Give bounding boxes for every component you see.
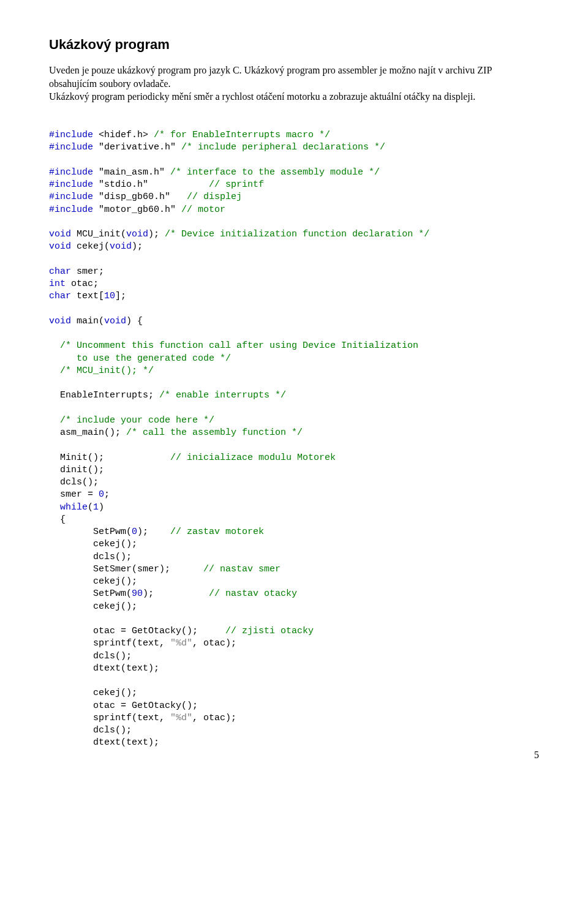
page-title: Ukázkový program	[49, 37, 539, 53]
ident: dcls();	[49, 477, 99, 487]
comment: /* include peripheral declarations */	[181, 142, 385, 152]
num-literal: 10	[104, 291, 115, 301]
ident: dinit();	[49, 465, 104, 475]
num-literal: 1	[93, 502, 99, 513]
kw-include: #include	[49, 192, 93, 202]
code-block: #include <hidef.h> /* for EnableInterrup…	[49, 117, 539, 750]
page-number: 5	[534, 750, 539, 761]
comment: // motor	[181, 205, 225, 215]
include-arg: <hidef.h>	[93, 130, 154, 140]
kw-void: void	[110, 241, 132, 252]
include-arg: "stdio.h"	[93, 179, 209, 190]
ident: ;	[104, 489, 110, 500]
string-literal: "%d"	[170, 638, 192, 649]
ident: cekej();	[49, 688, 137, 698]
kw-void: void	[49, 241, 71, 252]
kw-include: #include	[49, 142, 93, 152]
ident: );	[132, 241, 143, 252]
ident: EnableInterrupts;	[49, 390, 159, 400]
intro-paragraph: Uveden je pouze ukázkový program pro jaz…	[49, 64, 539, 103]
ident: );	[143, 588, 209, 599]
ident: sprintf(text,	[49, 638, 170, 649]
ident: SetSmer(smer);	[49, 564, 203, 574]
num-literal: 90	[132, 588, 143, 599]
ident: ];	[115, 291, 126, 301]
ident: sprintf(text,	[49, 713, 170, 723]
comment: /* interface to the assembly module */	[170, 167, 380, 178]
ident: main(	[71, 316, 104, 326]
ident: smer =	[49, 489, 99, 500]
ident: cekej();	[49, 601, 137, 612]
comment: // displej	[187, 192, 242, 202]
ident: (	[88, 502, 93, 513]
ident: , otac);	[192, 713, 236, 723]
ident: cekej(	[71, 241, 110, 252]
ident: SetPwm(	[49, 527, 132, 537]
comment: /* Device initialization function declar…	[165, 229, 429, 239]
ident: dcls();	[49, 552, 132, 562]
ident: dtext(text);	[49, 737, 159, 748]
ident: SetPwm(	[49, 588, 132, 599]
ident: otac = GetOtacky();	[49, 626, 225, 636]
include-arg: "main_asm.h"	[93, 167, 170, 178]
ident: MCU_init(	[71, 229, 126, 239]
ident: ) {	[126, 316, 143, 326]
kw-while: while	[49, 502, 88, 513]
comment: // sprintf	[209, 179, 264, 190]
ident: dtext(text);	[49, 663, 159, 674]
ident: text[	[71, 291, 104, 301]
kw-void: void	[49, 316, 71, 326]
ident: dcls();	[49, 651, 132, 661]
ident: );	[137, 527, 170, 537]
kw-include: #include	[49, 205, 93, 215]
ident: )	[99, 502, 104, 513]
kw-void: void	[104, 316, 126, 326]
ident: {	[49, 514, 66, 525]
ident: smer;	[71, 266, 104, 277]
comment: // zjisti otacky	[225, 626, 314, 636]
comment: /* Uncomment this function call after us…	[49, 340, 418, 376]
comment: // nastav otacky	[209, 588, 297, 599]
kw-include: #include	[49, 130, 93, 140]
kw-include: #include	[49, 179, 93, 190]
ident: Minit();	[49, 453, 170, 463]
kw-void: void	[126, 229, 148, 239]
num-literal: 0	[132, 527, 137, 537]
string-literal: "%d"	[170, 713, 192, 723]
ident: dcls();	[49, 725, 132, 735]
include-arg: "disp_gb60.h"	[93, 192, 187, 202]
ident: asm_main();	[49, 427, 126, 438]
ident: cekej();	[49, 539, 137, 549]
kw-int: int	[49, 279, 66, 289]
ident: );	[148, 229, 165, 239]
ident: otac = GetOtacky();	[49, 701, 198, 711]
include-arg: "derivative.h"	[93, 142, 181, 152]
include-arg: "motor_gb60.h"	[93, 205, 181, 215]
ident: otac;	[66, 279, 99, 289]
comment: // inicializace modulu Motorek	[170, 453, 336, 463]
comment: /* for EnableInterrupts macro */	[154, 130, 330, 140]
comment: /* include your code here */	[49, 415, 214, 426]
num-literal: 0	[99, 489, 104, 500]
kw-char: char	[49, 266, 71, 277]
kw-include: #include	[49, 167, 93, 178]
ident: cekej();	[49, 576, 137, 587]
comment: // nastav smer	[203, 564, 281, 574]
comment: /* call the assembly function */	[126, 427, 303, 438]
comment: // zastav motorek	[170, 527, 264, 537]
ident: , otac);	[192, 638, 236, 649]
comment: /* enable interrupts */	[159, 390, 286, 400]
kw-char: char	[49, 291, 71, 301]
kw-void: void	[49, 229, 71, 239]
